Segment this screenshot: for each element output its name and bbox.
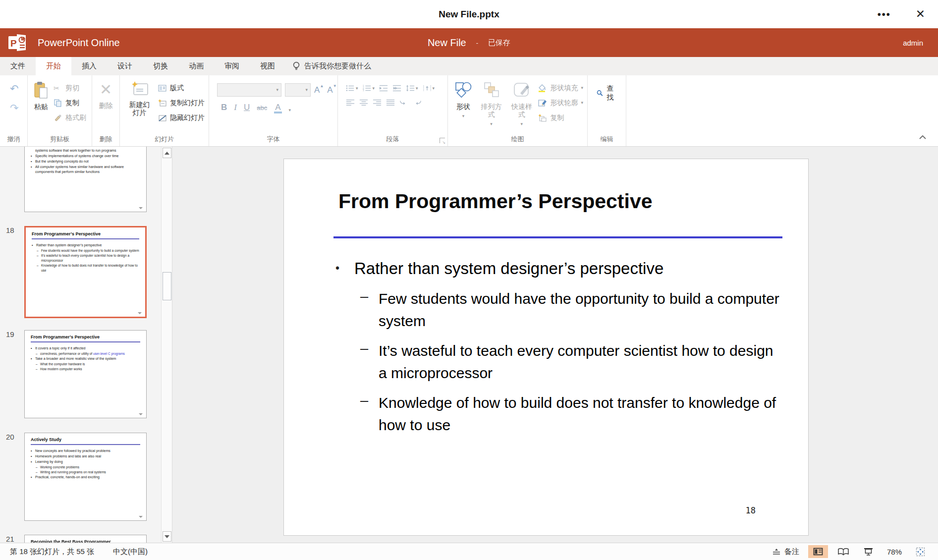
normal-view-button[interactable] bbox=[808, 545, 828, 558]
bullet-list-icon bbox=[346, 84, 355, 92]
line-spacing-button[interactable]: ▾ bbox=[406, 84, 418, 92]
notes-button[interactable]: 备注 bbox=[772, 547, 799, 557]
format-painter-button[interactable]: 格式刷 bbox=[54, 112, 86, 123]
slide-bullet-level-2: –It’s wasteful to teach every computer s… bbox=[360, 339, 796, 384]
window-titlebar: New File.pptx ••• ✕ bbox=[0, 0, 938, 28]
thumbnail-text-line: •Rather than system designer’s perspecti… bbox=[32, 243, 139, 248]
slideshow-button[interactable] bbox=[859, 545, 878, 558]
shapes-button[interactable]: 形状 ▾ bbox=[452, 80, 475, 119]
font-size-select[interactable]: ▾ bbox=[285, 83, 311, 97]
font-name-select[interactable]: ▾ bbox=[217, 83, 281, 97]
shape-outline-button[interactable]: 形状轮廓▾ bbox=[538, 97, 583, 109]
hide-slide-button[interactable]: 隐藏幻灯片 bbox=[158, 112, 205, 123]
fit-to-window-button[interactable] bbox=[911, 545, 930, 559]
thumbnail-collapse-icon[interactable] bbox=[139, 207, 143, 209]
tab-home[interactable]: 开始 bbox=[36, 57, 71, 75]
tell-me-box[interactable]: 告诉我你想要做什么 bbox=[292, 57, 371, 75]
tab-review[interactable]: 审阅 bbox=[214, 57, 250, 75]
thumbnail-title: Actively Study bbox=[31, 437, 140, 442]
bullet-list-button[interactable]: ▾ bbox=[346, 84, 358, 92]
numbered-list-icon: 1 2 3 bbox=[363, 84, 372, 92]
reading-view-button[interactable] bbox=[833, 546, 854, 558]
align-text-button[interactable]: ▾ bbox=[423, 84, 435, 92]
language-status[interactable]: 中文(中国) bbox=[113, 547, 148, 557]
thumbnail-collapse-icon[interactable] bbox=[139, 516, 143, 518]
shape-fill-button[interactable]: 形状填充▾ bbox=[538, 82, 583, 94]
collapse-ribbon-icon[interactable] bbox=[919, 132, 926, 141]
window-more-icon[interactable]: ••• bbox=[878, 9, 891, 19]
window-close-icon[interactable]: ✕ bbox=[916, 8, 925, 20]
slide-title[interactable]: From Programmer’s Perspective bbox=[338, 190, 653, 213]
status-bar: 第 18 张幻灯片，共 55 张 中文(中国) 备注 bbox=[0, 543, 938, 560]
cut-button[interactable]: ✂ 剪切 bbox=[54, 82, 86, 94]
thumbnail-text-line: –What the computer hardware is bbox=[36, 362, 140, 367]
grow-font-button[interactable]: A▲ bbox=[314, 85, 324, 95]
scrollbar-thumb[interactable] bbox=[163, 272, 171, 300]
tab-animations[interactable]: 动画 bbox=[178, 57, 214, 75]
thumbnail-title: From Programmer’s Perspective bbox=[32, 231, 139, 236]
tab-view[interactable]: 视图 bbox=[250, 57, 285, 75]
tab-insert[interactable]: 插入 bbox=[71, 57, 107, 75]
decrease-indent-button[interactable] bbox=[379, 84, 388, 92]
bold-button[interactable]: B bbox=[221, 103, 227, 112]
scroll-up-icon[interactable] bbox=[163, 148, 171, 158]
paste-button[interactable]: 粘贴 bbox=[32, 80, 51, 112]
arrange-icon bbox=[483, 81, 500, 99]
slideshow-icon bbox=[864, 548, 873, 556]
document-name[interactable]: New File bbox=[428, 37, 466, 49]
quick-styles-button[interactable]: 快速样式 ▾ bbox=[508, 80, 535, 127]
strikethrough-button[interactable]: abc bbox=[257, 104, 267, 112]
justify-icon[interactable] bbox=[386, 99, 395, 107]
user-name[interactable]: admin bbox=[903, 39, 923, 47]
slide-thumbnail[interactable]: •systems software that work together to … bbox=[24, 147, 147, 212]
group-label-font: 字体 bbox=[209, 135, 337, 144]
delete-button[interactable]: ✕ 删除 bbox=[97, 80, 115, 111]
italic-button[interactable]: I bbox=[234, 103, 237, 112]
font-color-button[interactable]: A bbox=[274, 103, 281, 112]
app-name: PowerPoint Online bbox=[38, 37, 120, 49]
numbered-list-button[interactable]: 1 2 3 ▾ bbox=[363, 84, 375, 92]
delete-x-icon: ✕ bbox=[100, 81, 112, 98]
thumbnail-rule bbox=[31, 444, 140, 445]
duplicate-button[interactable]: 复制 bbox=[538, 112, 583, 123]
tab-file[interactable]: 文件 bbox=[0, 57, 36, 75]
slide-thumbnail-21[interactable]: Becoming the Best Bass Programmer bbox=[24, 535, 147, 543]
tab-transitions[interactable]: 切换 bbox=[143, 57, 178, 75]
font-color-caret-icon[interactable]: ▾ bbox=[289, 108, 291, 112]
main-slide[interactable]: From Programmer’s Perspective •Rather th… bbox=[283, 159, 809, 536]
scroll-down-icon[interactable] bbox=[163, 531, 171, 542]
thumbnail-text-line: •Specific implementations of systems cha… bbox=[31, 154, 140, 159]
slide-body-text[interactable]: •Rather than system designer’s perspecti… bbox=[335, 257, 796, 444]
text-direction-rtl-icon[interactable] bbox=[413, 99, 422, 107]
thumbnail-collapse-icon[interactable] bbox=[138, 312, 142, 314]
underline-button[interactable]: U bbox=[244, 103, 250, 112]
thumbnail-collapse-icon[interactable] bbox=[139, 413, 143, 415]
redo-icon[interactable]: ↷ bbox=[10, 103, 19, 113]
shrink-font-button[interactable]: A▼ bbox=[327, 85, 336, 95]
thumbnail-text-line: –Knowledge of how to build does not tran… bbox=[37, 263, 139, 273]
zoom-level[interactable]: 78% bbox=[883, 548, 906, 556]
undo-icon[interactable]: ↶ bbox=[10, 83, 19, 94]
find-button[interactable]: 查找 bbox=[592, 80, 622, 102]
slide-bullet-level-1: •Rather than system designer’s perspecti… bbox=[335, 257, 796, 280]
thumbnail-scrollbar[interactable] bbox=[161, 147, 172, 543]
arrange-button[interactable]: 排列方式 ▾ bbox=[478, 80, 505, 127]
increase-indent-button[interactable] bbox=[392, 84, 401, 92]
reading-view-icon bbox=[838, 548, 849, 556]
paste-icon bbox=[34, 81, 49, 99]
text-direction-ltr-icon[interactable] bbox=[399, 99, 408, 107]
slide-thumbnail-19[interactable]: From Programmer’s Perspective•It covers … bbox=[24, 330, 147, 418]
align-right-icon[interactable] bbox=[373, 99, 382, 107]
slide-thumbnail-20[interactable]: Actively Study•New concepts are followed… bbox=[24, 433, 147, 521]
align-left-icon[interactable] bbox=[346, 99, 355, 107]
slide-thumbnail-18[interactable]: From Programmer’s Perspective•Rather tha… bbox=[24, 226, 147, 318]
copy-button[interactable]: 复制 bbox=[54, 97, 86, 109]
group-drawing: 形状 ▾ 排列方式 ▾ 快速样式 ▾ bbox=[448, 75, 588, 146]
layout-button[interactable]: 版式 bbox=[158, 82, 205, 94]
duplicate-slide-button[interactable]: 复制幻灯片 bbox=[158, 97, 205, 109]
save-status: 已保存 bbox=[488, 38, 510, 48]
cut-icon: ✂ bbox=[54, 84, 62, 92]
tab-design[interactable]: 设计 bbox=[107, 57, 143, 75]
new-slide-button[interactable]: 新建幻灯片 bbox=[124, 80, 155, 117]
align-center-icon[interactable] bbox=[359, 99, 368, 107]
